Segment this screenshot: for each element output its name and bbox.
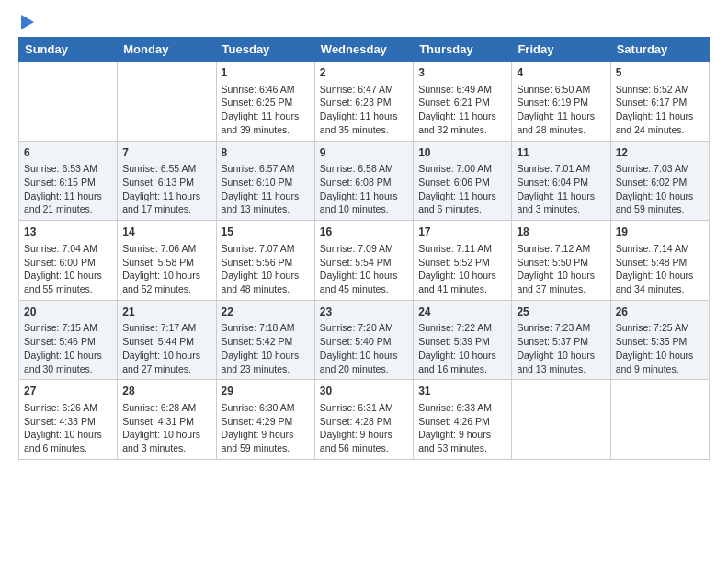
day-number: 20 [24,304,112,320]
calendar-week-row: 20Sunrise: 7:15 AM Sunset: 5:46 PM Dayli… [19,300,710,380]
logo [18,15,34,29]
calendar-cell: 5Sunrise: 6:52 AM Sunset: 6:17 PM Daylig… [610,62,709,142]
day-number: 29 [222,384,310,399]
day-info: Sunrise: 6:57 AM Sunset: 6:10 PM Dayligh… [222,162,310,216]
calendar-cell: 31Sunrise: 6:33 AM Sunset: 4:26 PM Dayli… [414,380,512,460]
day-number: 16 [320,224,408,240]
calendar-table: SundayMondayTuesdayWednesdayThursdayFrid… [18,37,710,460]
calendar-cell: 2Sunrise: 6:47 AM Sunset: 6:23 PM Daylig… [314,62,413,142]
logo-arrow-icon [21,15,34,29]
day-info: Sunrise: 7:18 AM Sunset: 5:42 PM Dayligh… [222,321,310,375]
calendar-cell: 25Sunrise: 7:23 AM Sunset: 5:37 PM Dayli… [512,300,610,380]
calendar-cell: 10Sunrise: 7:00 AM Sunset: 6:06 PM Dayli… [414,141,512,221]
day-info: Sunrise: 7:01 AM Sunset: 6:04 PM Dayligh… [517,162,605,216]
day-info: Sunrise: 6:50 AM Sunset: 6:19 PM Dayligh… [517,83,605,137]
day-number: 11 [517,145,605,161]
day-number: 30 [320,384,408,399]
weekday-header: Monday [118,38,216,62]
day-info: Sunrise: 6:46 AM Sunset: 6:25 PM Dayligh… [222,83,310,137]
day-info: Sunrise: 7:00 AM Sunset: 6:06 PM Dayligh… [418,162,506,216]
day-info: Sunrise: 7:17 AM Sunset: 5:44 PM Dayligh… [122,321,210,375]
calendar-body: 1Sunrise: 6:46 AM Sunset: 6:25 PM Daylig… [19,62,710,460]
day-info: Sunrise: 7:14 AM Sunset: 5:48 PM Dayligh… [616,242,704,296]
calendar-header: SundayMondayTuesdayWednesdayThursdayFrid… [19,38,710,62]
page: SundayMondayTuesdayWednesdayThursdayFrid… [0,0,728,475]
day-number: 21 [122,304,210,320]
calendar-cell: 18Sunrise: 7:12 AM Sunset: 5:50 PM Dayli… [512,221,610,301]
day-info: Sunrise: 7:15 AM Sunset: 5:46 PM Dayligh… [24,321,112,375]
day-info: Sunrise: 7:06 AM Sunset: 5:58 PM Dayligh… [122,242,210,296]
calendar-cell: 12Sunrise: 7:03 AM Sunset: 6:02 PM Dayli… [610,141,709,221]
day-number: 9 [320,145,408,161]
calendar-cell: 20Sunrise: 7:15 AM Sunset: 5:46 PM Dayli… [19,300,118,380]
calendar-cell: 21Sunrise: 7:17 AM Sunset: 5:44 PM Dayli… [118,300,216,380]
day-number: 2 [320,65,408,81]
day-info: Sunrise: 6:58 AM Sunset: 6:08 PM Dayligh… [320,162,408,216]
weekday-header: Wednesday [314,38,413,62]
day-info: Sunrise: 6:49 AM Sunset: 6:21 PM Dayligh… [418,83,506,137]
weekday-header: Saturday [610,38,709,62]
calendar-cell: 8Sunrise: 6:57 AM Sunset: 6:10 PM Daylig… [216,141,314,221]
calendar-cell: 28Sunrise: 6:28 AM Sunset: 4:31 PM Dayli… [118,380,216,460]
header [18,15,710,29]
day-number: 7 [122,145,210,161]
calendar-cell: 3Sunrise: 6:49 AM Sunset: 6:21 PM Daylig… [414,62,512,142]
weekday-row: SundayMondayTuesdayWednesdayThursdayFrid… [19,38,710,62]
day-number: 28 [122,384,210,399]
logo-wrapper [18,15,34,29]
day-info: Sunrise: 6:47 AM Sunset: 6:23 PM Dayligh… [320,83,408,137]
weekday-header: Sunday [19,38,118,62]
day-info: Sunrise: 6:31 AM Sunset: 4:28 PM Dayligh… [320,401,408,455]
calendar-week-row: 1Sunrise: 6:46 AM Sunset: 6:25 PM Daylig… [19,62,710,142]
weekday-header: Thursday [414,38,512,62]
day-number: 14 [122,224,210,240]
calendar-cell: 11Sunrise: 7:01 AM Sunset: 6:04 PM Dayli… [512,141,610,221]
calendar-cell [118,62,216,142]
day-number: 22 [222,304,310,320]
day-number: 31 [418,384,506,399]
calendar-cell: 17Sunrise: 7:11 AM Sunset: 5:52 PM Dayli… [414,221,512,301]
calendar-cell: 4Sunrise: 6:50 AM Sunset: 6:19 PM Daylig… [512,62,610,142]
calendar-cell: 29Sunrise: 6:30 AM Sunset: 4:29 PM Dayli… [216,380,314,460]
day-info: Sunrise: 6:52 AM Sunset: 6:17 PM Dayligh… [616,83,704,137]
day-info: Sunrise: 7:23 AM Sunset: 5:37 PM Dayligh… [517,321,605,375]
day-number: 19 [616,224,704,240]
day-info: Sunrise: 6:28 AM Sunset: 4:31 PM Dayligh… [122,401,210,455]
calendar-cell: 26Sunrise: 7:25 AM Sunset: 5:35 PM Dayli… [610,300,709,380]
day-number: 23 [320,304,408,320]
calendar-cell [19,62,118,142]
calendar-cell: 1Sunrise: 6:46 AM Sunset: 6:25 PM Daylig… [216,62,314,142]
day-info: Sunrise: 6:33 AM Sunset: 4:26 PM Dayligh… [418,401,506,455]
calendar-cell: 13Sunrise: 7:04 AM Sunset: 6:00 PM Dayli… [19,221,118,301]
day-number: 8 [222,145,310,161]
day-number: 10 [418,145,506,161]
day-number: 24 [418,304,506,320]
weekday-header: Tuesday [216,38,314,62]
calendar-cell: 15Sunrise: 7:07 AM Sunset: 5:56 PM Dayli… [216,221,314,301]
day-number: 4 [517,65,605,81]
day-info: Sunrise: 7:03 AM Sunset: 6:02 PM Dayligh… [616,162,704,216]
day-number: 13 [24,224,112,240]
calendar-cell [610,380,709,460]
day-number: 12 [616,145,704,161]
calendar-cell: 19Sunrise: 7:14 AM Sunset: 5:48 PM Dayli… [610,221,709,301]
calendar-cell: 30Sunrise: 6:31 AM Sunset: 4:28 PM Dayli… [314,380,413,460]
day-number: 18 [517,224,605,240]
calendar-cell: 22Sunrise: 7:18 AM Sunset: 5:42 PM Dayli… [216,300,314,380]
day-number: 1 [222,65,310,81]
day-number: 3 [418,65,506,81]
calendar-cell: 7Sunrise: 6:55 AM Sunset: 6:13 PM Daylig… [118,141,216,221]
day-number: 27 [24,384,112,399]
calendar-cell: 9Sunrise: 6:58 AM Sunset: 6:08 PM Daylig… [314,141,413,221]
day-info: Sunrise: 7:11 AM Sunset: 5:52 PM Dayligh… [418,242,506,296]
day-number: 25 [517,304,605,320]
calendar-week-row: 27Sunrise: 6:26 AM Sunset: 4:33 PM Dayli… [19,380,710,460]
calendar-cell: 14Sunrise: 7:06 AM Sunset: 5:58 PM Dayli… [118,221,216,301]
day-info: Sunrise: 6:30 AM Sunset: 4:29 PM Dayligh… [222,401,310,455]
day-info: Sunrise: 7:12 AM Sunset: 5:50 PM Dayligh… [517,242,605,296]
calendar-week-row: 6Sunrise: 6:53 AM Sunset: 6:15 PM Daylig… [19,141,710,221]
day-number: 6 [24,145,112,161]
day-info: Sunrise: 7:07 AM Sunset: 5:56 PM Dayligh… [222,242,310,296]
calendar-cell: 6Sunrise: 6:53 AM Sunset: 6:15 PM Daylig… [19,141,118,221]
day-number: 15 [222,224,310,240]
